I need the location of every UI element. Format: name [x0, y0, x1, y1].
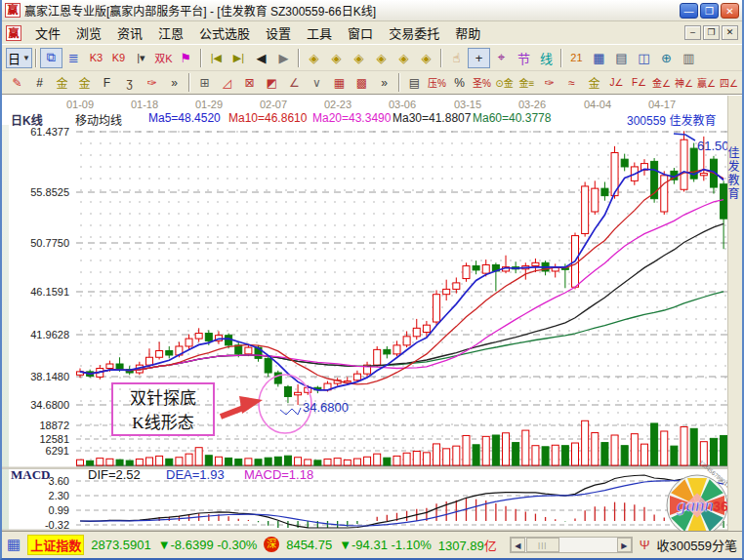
- gold-tool-icon[interactable]: 金: [583, 73, 605, 92]
- feed-status-text: 收300559分笔: [657, 536, 737, 554]
- gold-line-icon[interactable]: 金≡: [516, 73, 538, 92]
- v-wave-icon[interactable]: ∨: [306, 73, 328, 92]
- kline-9-icon[interactable]: K9: [107, 48, 130, 68]
- candle-style-icon[interactable]: |▾: [130, 48, 152, 68]
- low-marker-line: [280, 408, 301, 415]
- right-panel-strip[interactable]: 佳发教育: [727, 96, 742, 532]
- data-truck-icon[interactable]: ▥: [678, 48, 700, 68]
- mdi-minimize-button[interactable]: –: [684, 25, 701, 40]
- si-angle-icon[interactable]: 四∠: [718, 73, 740, 92]
- fan-lines-icon[interactable]: ◿: [216, 73, 238, 92]
- calculator-icon[interactable]: ▦: [588, 48, 610, 68]
- chart-area: 日K线 01-0901-1801-2902-0702-2303-0603-150…: [2, 95, 742, 531]
- kline-period-button[interactable]: 日▼: [6, 48, 32, 68]
- save-icon[interactable]: ◫: [633, 48, 655, 68]
- magnifier-icon[interactable]: ⌖: [490, 48, 513, 68]
- price-grid-icon[interactable]: #: [28, 73, 51, 92]
- menu-资讯[interactable]: 资讯: [109, 21, 150, 44]
- f-angle-icon[interactable]: F∠: [628, 73, 650, 92]
- j-angle-icon[interactable]: J∠: [605, 73, 628, 92]
- dea-value: DEA=1.93: [166, 467, 225, 482]
- web-icon[interactable]: ⊕: [655, 48, 678, 68]
- restore-button[interactable]: ❐: [700, 3, 719, 19]
- minimize-button[interactable]: —: [680, 3, 698, 19]
- scale-compress-icon[interactable]: ◈: [370, 48, 393, 68]
- square-diag-icon[interactable]: ◩: [261, 73, 283, 92]
- menu-浏览[interactable]: 浏览: [68, 21, 109, 44]
- marker-axe-icon[interactable]: ✑: [538, 73, 560, 92]
- mdi-restore-button[interactable]: ❐: [703, 25, 720, 40]
- window-title: 赢家江恩专业版[赢家内部服务平台] - [佳发教育 SZ300559-66日K线…: [24, 2, 680, 19]
- axe-icon[interactable]: ✑: [141, 73, 163, 92]
- prev-bar-icon[interactable]: ◀: [250, 48, 272, 68]
- right-vertical-stock-label: 佳发教育: [724, 146, 741, 201]
- scale-up-icon[interactable]: ◈: [393, 48, 415, 68]
- last-bar-icon[interactable]: ▶|: [227, 48, 250, 68]
- scroll-right-icon[interactable]: ▶: [617, 538, 632, 552]
- close-button[interactable]: ✕: [721, 3, 739, 19]
- calendar-icon[interactable]: 21: [565, 48, 588, 68]
- angle-lines-icon[interactable]: ∠: [283, 73, 306, 92]
- festival-tool-icon[interactable]: 节: [513, 48, 535, 68]
- ying-angle-icon[interactable]: 赢∠: [695, 73, 718, 92]
- square-fan-icon[interactable]: ⊠: [238, 73, 261, 92]
- more-icon-2[interactable]: »: [373, 73, 395, 92]
- index-badge[interactable]: 上证指数: [27, 535, 84, 555]
- scrollbar-thumb[interactable]: |||: [526, 538, 559, 552]
- keyboard-icon[interactable]: ▦: [7, 536, 21, 553]
- red-grid-2-icon[interactable]: ▩: [351, 73, 373, 92]
- stats-frame-icon[interactable]: ▤: [403, 73, 426, 92]
- scale-left-icon[interactable]: ◈: [303, 48, 325, 68]
- scroll-left-icon[interactable]: ◀: [511, 538, 525, 552]
- flag-chart-icon[interactable]: ⚑: [175, 48, 197, 68]
- scale-right-icon[interactable]: ◈: [325, 48, 348, 68]
- menu-公式选股[interactable]: 公式选股: [191, 21, 258, 44]
- wave-gold-icon[interactable]: ≈: [560, 73, 583, 92]
- chart-window-icon[interactable]: ⧉: [40, 48, 62, 68]
- title-bar: 赢 赢家江恩专业版[赢家内部服务平台] - [佳发教育 SZ300559-66日…: [2, 0, 742, 21]
- shen-angle-icon[interactable]: 神∠: [673, 73, 695, 92]
- menu-文件[interactable]: 文件: [27, 21, 68, 44]
- menu-江恩[interactable]: 江恩: [150, 21, 191, 44]
- draw-toolbar: ✎#金金Fʒ✑»⊞◿⊠◩∠∨▦▩»▤压%%圣%⊙金金≡✑≈金J∠F∠金∠神∠赢∠…: [2, 71, 742, 95]
- menu-交易委托[interactable]: 交易委托: [381, 21, 447, 44]
- gold-angle-icon[interactable]: 金∠: [650, 73, 673, 92]
- notes-icon[interactable]: ▤: [610, 48, 633, 68]
- pattern-annotation-box: 双针探底 K线形态: [111, 382, 215, 436]
- gann-box-icon[interactable]: ⊞: [193, 73, 216, 92]
- more-icon-3[interactable]: ≫: [740, 73, 744, 92]
- app-window: 赢 赢家江恩专业版[赢家内部服务平台] - [佳发教育 SZ300559-66日…: [0, 0, 744, 560]
- horizontal-scrollbar[interactable]: ◀ ||| ▶: [510, 537, 633, 553]
- crosshair-icon[interactable]: +: [468, 48, 490, 68]
- double-k-icon[interactable]: 双K: [152, 48, 175, 68]
- more-icon-1[interactable]: »: [163, 73, 186, 92]
- sz-index-change: ▼-94.31 -1.10%: [339, 538, 432, 552]
- gold-grid-2-icon[interactable]: 金: [73, 73, 96, 92]
- mdi-close-button[interactable]: ✕: [722, 25, 738, 40]
- menu-工具[interactable]: 工具: [299, 21, 340, 44]
- f-grid-icon[interactable]: F: [96, 73, 118, 92]
- next-bar-icon[interactable]: ▶: [272, 48, 295, 68]
- scale-down-icon[interactable]: ◈: [415, 48, 437, 68]
- macd-value: MACD=1.18: [244, 467, 313, 482]
- sz-badge[interactable]: 深: [264, 537, 279, 552]
- app-logo-icon: 赢: [5, 3, 21, 18]
- scale-expand-icon[interactable]: ◈: [348, 48, 370, 68]
- gold-grid-icon[interactable]: 金: [51, 73, 73, 92]
- brush-icon[interactable]: ✎: [6, 73, 28, 92]
- turnover-amount: 1307.89亿: [438, 536, 497, 554]
- menu-窗口[interactable]: 窗口: [340, 21, 381, 44]
- menu-设置[interactable]: 设置: [258, 21, 299, 44]
- gold-circle-icon[interactable]: ⊙金: [493, 73, 516, 92]
- percent-icon[interactable]: %: [448, 73, 471, 92]
- kline-3-icon[interactable]: K3: [85, 48, 107, 68]
- percent-gold-icon[interactable]: 圣%: [471, 73, 493, 92]
- spiral-icon[interactable]: ʒ: [118, 73, 141, 92]
- red-grid-icon[interactable]: ▦: [328, 73, 351, 92]
- first-bar-icon[interactable]: |◀: [205, 48, 227, 68]
- quote-list-icon[interactable]: ≣: [62, 48, 85, 68]
- hand-tool-icon[interactable]: ☝: [445, 48, 468, 68]
- menu-帮助[interactable]: 帮助: [447, 21, 488, 44]
- line-tool-icon[interactable]: 线: [535, 48, 558, 68]
- percent-pressure-icon[interactable]: 压%: [426, 73, 448, 92]
